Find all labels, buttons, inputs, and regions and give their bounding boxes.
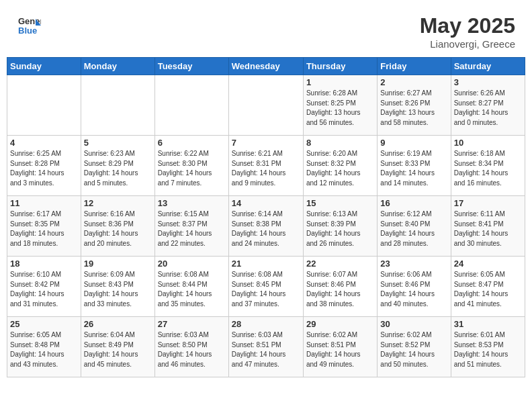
day-number: 23 [380,259,447,269]
day-detail: Sunrise: 6:10 AM Sunset: 8:42 PM Dayligh… [10,270,78,309]
calendar-cell: 30Sunrise: 6:02 AM Sunset: 8:52 PM Dayli… [378,317,451,377]
day-number: 29 [306,319,374,329]
calendar-cell: 4Sunrise: 6:25 AM Sunset: 8:28 PM Daylig… [7,136,81,196]
day-detail: Sunrise: 6:01 AM Sunset: 8:53 PM Dayligh… [454,330,522,369]
calendar-table: SundayMondayTuesdayWednesdayThursdayFrid… [7,57,525,377]
calendar-cell: 28Sunrise: 6:03 AM Sunset: 8:51 PM Dayli… [228,317,303,377]
day-number: 20 [158,259,226,269]
day-detail: Sunrise: 6:26 AM Sunset: 8:27 PM Dayligh… [454,89,522,128]
day-detail: Sunrise: 6:18 AM Sunset: 8:34 PM Dayligh… [454,149,522,188]
calendar-cell: 2Sunrise: 6:27 AM Sunset: 8:26 PM Daylig… [378,75,451,136]
day-detail: Sunrise: 6:03 AM Sunset: 8:50 PM Dayligh… [158,330,226,369]
location: Lianovergi, Greece [420,38,515,50]
day-detail: Sunrise: 6:22 AM Sunset: 8:30 PM Dayligh… [158,149,226,188]
weekday-header: Monday [81,58,154,75]
day-detail: Sunrise: 6:13 AM Sunset: 8:39 PM Dayligh… [306,210,374,248]
calendar-cell: 19Sunrise: 6:09 AM Sunset: 8:43 PM Dayli… [81,257,154,317]
calendar-cell: 11Sunrise: 6:17 AM Sunset: 8:35 PM Dayli… [7,196,81,257]
day-number: 8 [306,138,374,148]
calendar-cell [228,75,303,136]
day-detail: Sunrise: 6:20 AM Sunset: 8:32 PM Dayligh… [306,149,374,188]
day-detail: Sunrise: 6:11 AM Sunset: 8:41 PM Dayligh… [454,210,522,248]
day-number: 25 [10,319,78,329]
day-detail: Sunrise: 6:14 AM Sunset: 8:38 PM Dayligh… [232,210,300,248]
day-number: 7 [232,138,300,148]
day-number: 6 [158,138,226,148]
day-number: 2 [380,77,447,87]
day-detail: Sunrise: 6:04 AM Sunset: 8:49 PM Dayligh… [84,330,152,369]
calendar-cell: 18Sunrise: 6:10 AM Sunset: 8:42 PM Dayli… [7,257,81,317]
logo: General Blue [17,13,41,38]
day-detail: Sunrise: 6:15 AM Sunset: 8:37 PM Dayligh… [158,210,226,248]
weekday-header: Wednesday [228,58,303,75]
day-number: 5 [84,138,152,148]
calendar-cell: 25Sunrise: 6:05 AM Sunset: 8:48 PM Dayli… [7,317,81,377]
weekday-header-row: SundayMondayTuesdayWednesdayThursdayFrid… [7,58,525,75]
calendar-cell: 7Sunrise: 6:21 AM Sunset: 8:31 PM Daylig… [228,136,303,196]
calendar-cell: 20Sunrise: 6:08 AM Sunset: 8:44 PM Dayli… [154,257,228,317]
calendar-week-row: 4Sunrise: 6:25 AM Sunset: 8:28 PM Daylig… [7,136,525,196]
day-number: 28 [232,319,300,329]
calendar-week-row: 25Sunrise: 6:05 AM Sunset: 8:48 PM Dayli… [7,317,525,377]
day-detail: Sunrise: 6:05 AM Sunset: 8:48 PM Dayligh… [10,330,78,369]
calendar-cell: 15Sunrise: 6:13 AM Sunset: 8:39 PM Dayli… [303,196,377,257]
day-number: 22 [306,259,374,269]
day-number: 14 [232,198,300,208]
weekday-header: Thursday [303,58,377,75]
day-detail: Sunrise: 6:02 AM Sunset: 8:52 PM Dayligh… [380,330,447,369]
day-detail: Sunrise: 6:02 AM Sunset: 8:51 PM Dayligh… [306,330,374,369]
day-number: 18 [10,259,78,269]
day-detail: Sunrise: 6:12 AM Sunset: 8:40 PM Dayligh… [380,210,447,248]
calendar-week-row: 18Sunrise: 6:10 AM Sunset: 8:42 PM Dayli… [7,257,525,317]
day-number: 11 [10,198,78,208]
day-number: 12 [84,198,152,208]
day-detail: Sunrise: 6:23 AM Sunset: 8:29 PM Dayligh… [84,149,152,188]
day-number: 26 [84,319,152,329]
weekday-header: Saturday [451,58,525,75]
calendar-cell: 9Sunrise: 6:19 AM Sunset: 8:33 PM Daylig… [378,136,451,196]
page-header: General Blue May 2025 Lianovergi, Greece [7,7,525,53]
month-year: May 2025 [420,13,515,38]
day-number: 10 [454,138,522,148]
day-detail: Sunrise: 6:16 AM Sunset: 8:36 PM Dayligh… [84,210,152,248]
logo-icon: General Blue [17,13,41,38]
calendar-cell: 21Sunrise: 6:08 AM Sunset: 8:45 PM Dayli… [228,257,303,317]
calendar-week-row: 1Sunrise: 6:28 AM Sunset: 8:25 PM Daylig… [7,75,525,136]
day-number: 27 [158,319,226,329]
calendar-cell: 13Sunrise: 6:15 AM Sunset: 8:37 PM Dayli… [154,196,228,257]
day-detail: Sunrise: 6:03 AM Sunset: 8:51 PM Dayligh… [232,330,300,369]
calendar-cell: 17Sunrise: 6:11 AM Sunset: 8:41 PM Dayli… [451,196,525,257]
day-detail: Sunrise: 6:21 AM Sunset: 8:31 PM Dayligh… [232,149,300,188]
calendar-cell: 8Sunrise: 6:20 AM Sunset: 8:32 PM Daylig… [303,136,377,196]
calendar-cell: 14Sunrise: 6:14 AM Sunset: 8:38 PM Dayli… [228,196,303,257]
day-detail: Sunrise: 6:06 AM Sunset: 8:46 PM Dayligh… [380,270,447,309]
day-detail: Sunrise: 6:07 AM Sunset: 8:46 PM Dayligh… [306,270,374,309]
day-number: 13 [158,198,226,208]
calendar-cell [154,75,228,136]
calendar-cell: 29Sunrise: 6:02 AM Sunset: 8:51 PM Dayli… [303,317,377,377]
calendar-cell: 27Sunrise: 6:03 AM Sunset: 8:50 PM Dayli… [154,317,228,377]
day-number: 31 [454,319,522,329]
day-number: 4 [10,138,78,148]
day-detail: Sunrise: 6:05 AM Sunset: 8:47 PM Dayligh… [454,270,522,309]
calendar-week-row: 11Sunrise: 6:17 AM Sunset: 8:35 PM Dayli… [7,196,525,257]
calendar-cell [7,75,81,136]
day-number: 3 [454,77,522,87]
day-detail: Sunrise: 6:17 AM Sunset: 8:35 PM Dayligh… [10,210,78,248]
day-detail: Sunrise: 6:09 AM Sunset: 8:43 PM Dayligh… [84,270,152,309]
calendar-cell: 5Sunrise: 6:23 AM Sunset: 8:29 PM Daylig… [81,136,154,196]
day-number: 30 [380,319,447,329]
day-number: 9 [380,138,447,148]
day-number: 1 [306,77,374,87]
day-number: 21 [232,259,300,269]
calendar-cell: 31Sunrise: 6:01 AM Sunset: 8:53 PM Dayli… [451,317,525,377]
weekday-header: Sunday [7,58,81,75]
calendar-cell: 12Sunrise: 6:16 AM Sunset: 8:36 PM Dayli… [81,196,154,257]
day-number: 17 [454,198,522,208]
day-detail: Sunrise: 6:19 AM Sunset: 8:33 PM Dayligh… [380,149,447,188]
day-detail: Sunrise: 6:28 AM Sunset: 8:25 PM Dayligh… [306,89,374,128]
calendar-cell: 3Sunrise: 6:26 AM Sunset: 8:27 PM Daylig… [451,75,525,136]
day-number: 19 [84,259,152,269]
day-detail: Sunrise: 6:08 AM Sunset: 8:44 PM Dayligh… [158,270,226,309]
weekday-header: Tuesday [154,58,228,75]
